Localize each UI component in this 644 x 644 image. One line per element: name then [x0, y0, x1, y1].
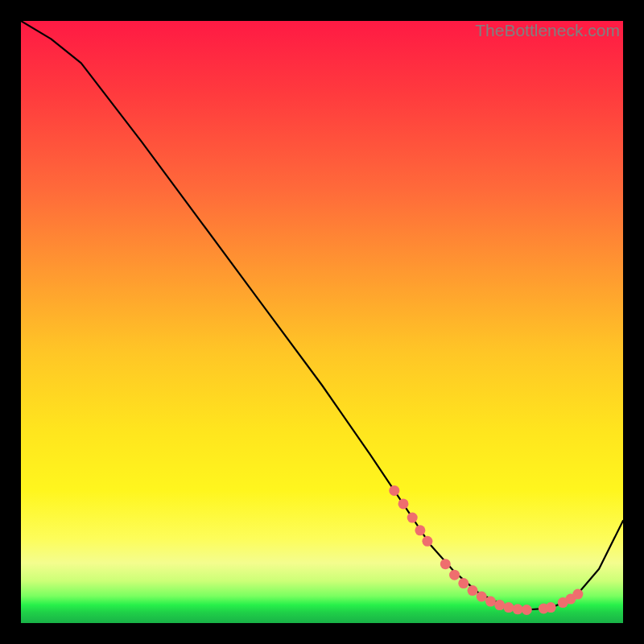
data-point — [440, 559, 451, 569]
curve-svg — [21, 21, 623, 623]
data-point — [494, 600, 505, 610]
data-point — [477, 592, 487, 602]
data-point — [422, 536, 432, 547]
plot-area: TheBottleneck.com — [21, 21, 623, 623]
data-point — [522, 605, 532, 615]
data-point — [407, 513, 418, 523]
data-point — [572, 589, 583, 600]
data-point — [546, 602, 556, 613]
data-point — [458, 578, 469, 588]
marker-group — [389, 485, 583, 615]
data-point — [503, 602, 514, 613]
data-point — [398, 498, 409, 509]
data-point — [415, 525, 425, 535]
data-point — [449, 570, 460, 580]
data-point — [485, 597, 496, 607]
data-point — [468, 585, 478, 596]
data-point — [513, 604, 523, 614]
data-point — [389, 485, 399, 496]
chart-frame: TheBottleneck.com — [0, 0, 644, 644]
bottleneck-curve — [21, 21, 623, 610]
